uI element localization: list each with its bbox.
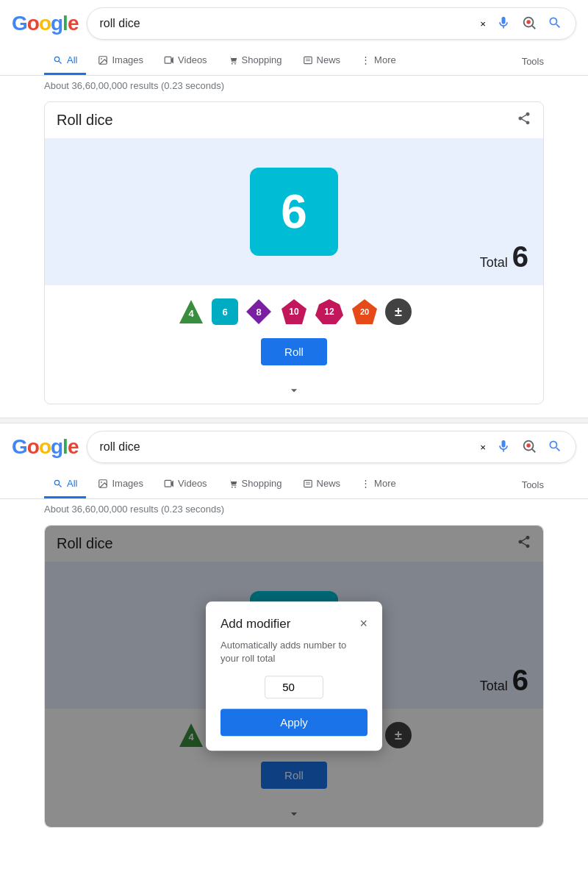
modal-container: Add modifier × Automatically adds number… <box>206 601 382 751</box>
add-modifier-modal: Add modifier × Automatically adds number… <box>206 601 382 751</box>
bottom-search-button[interactable] <box>546 437 564 457</box>
top-mic-button[interactable] <box>495 14 512 34</box>
top-die-d6-label: 6 <box>222 307 227 318</box>
svg-point-7 <box>232 62 233 64</box>
svg-point-18 <box>526 443 531 448</box>
bottom-tab-shopping[interactable]: Shopping <box>219 470 291 498</box>
modal-description: Automatically adds number to your roll t… <box>220 639 368 665</box>
top-die-d6-button[interactable]: 6 <box>212 298 238 325</box>
modal-header: Add modifier × <box>220 616 368 631</box>
svg-point-21 <box>101 482 103 483</box>
top-results-count: About 36,60,00,000 results (0.23 seconds… <box>0 76 588 96</box>
bottom-search-bar: × <box>87 431 576 463</box>
bottom-tab-news[interactable]: News <box>294 470 350 498</box>
top-search-button[interactable] <box>546 14 564 34</box>
top-die-d4-label: 4 <box>188 308 193 319</box>
google-logo[interactable]: Google <box>12 12 78 35</box>
top-dice-face: 6 <box>250 168 338 256</box>
tab-videos-label: Videos <box>178 54 207 65</box>
modal-title: Add modifier <box>220 617 290 631</box>
top-die-modifier-button[interactable]: ± <box>385 298 412 325</box>
top-die-d20-button[interactable]: 20 <box>350 297 379 326</box>
tab-all-label: All <box>67 54 77 65</box>
bottom-section: Google × All Image <box>0 423 588 841</box>
bottom-search-input[interactable] <box>99 440 473 454</box>
svg-line-2 <box>532 25 536 29</box>
bottom-tab-images-label: Images <box>112 478 143 489</box>
tab-videos[interactable]: Videos <box>155 47 216 75</box>
bottom-tab-news-label: News <box>317 478 341 489</box>
modal-modifier-input[interactable] <box>265 676 323 699</box>
svg-point-1 <box>526 20 531 24</box>
tab-news-label: News <box>317 54 341 65</box>
svg-rect-5 <box>165 57 171 63</box>
tab-more[interactable]: ⋮ More <box>352 47 405 75</box>
tab-images[interactable]: Images <box>89 47 152 75</box>
bottom-nav-tabs: All Images Videos Shopping News ⋮ More T… <box>0 470 588 499</box>
svg-rect-22 <box>165 480 171 487</box>
bottom-tab-videos-label: Videos <box>178 478 207 489</box>
section-separator <box>0 418 588 423</box>
top-clear-button[interactable]: × <box>478 17 487 31</box>
bottom-tab-more[interactable]: ⋮ More <box>352 470 405 498</box>
svg-point-4 <box>101 58 103 60</box>
top-die-d8-label: 8 <box>256 307 261 318</box>
bottom-more-dots-icon: ⋮ <box>361 478 370 489</box>
top-total-label: Total <box>480 255 508 271</box>
top-dice-display: 6 Total 6 <box>45 138 543 285</box>
top-dice-header: Roll dice <box>45 102 543 138</box>
top-total-value: 6 <box>512 240 528 273</box>
tools-button[interactable]: Tools <box>522 56 544 67</box>
modal-apply-button[interactable]: Apply <box>220 709 368 737</box>
top-die-modifier-label: ± <box>395 304 402 320</box>
top-section: Google × All Image <box>0 0 588 418</box>
top-share-button[interactable] <box>517 111 531 129</box>
top-lens-button[interactable] <box>520 13 539 35</box>
top-die-d20-label: 20 <box>360 307 369 316</box>
bottom-clear-button[interactable]: × <box>478 440 487 454</box>
top-search-input[interactable] <box>99 17 473 30</box>
top-search-bar: × <box>87 7 576 40</box>
top-die-d12-label: 12 <box>324 307 334 317</box>
top-total-display: Total 6 <box>480 240 528 273</box>
svg-line-19 <box>532 448 536 452</box>
tab-more-label: More <box>374 54 396 65</box>
top-dice-selectors: 4 6 8 10 <box>45 285 543 332</box>
bottom-tools-button[interactable]: Tools <box>522 479 544 490</box>
top-die-d8-button[interactable]: 8 <box>244 297 273 326</box>
tab-all[interactable]: All <box>44 47 86 75</box>
bottom-tab-more-label: More <box>374 478 396 489</box>
top-dice-widget: Roll dice 6 Total 6 4 6 <box>44 101 544 404</box>
bottom-tab-shopping-label: Shopping <box>242 478 282 489</box>
bottom-tab-videos[interactable]: Videos <box>155 470 216 498</box>
top-die-d10-button[interactable]: 10 <box>279 297 309 326</box>
svg-rect-26 <box>304 480 312 487</box>
tab-shopping[interactable]: Shopping <box>219 47 291 75</box>
tab-shopping-label: Shopping <box>242 54 282 65</box>
more-dots-icon: ⋮ <box>361 54 370 65</box>
top-dice-title: Roll dice <box>57 112 113 129</box>
top-chevron-down[interactable] <box>45 377 543 404</box>
bottom-tab-all[interactable]: All <box>44 470 86 498</box>
svg-point-25 <box>234 486 236 487</box>
svg-point-8 <box>234 62 236 64</box>
tab-news[interactable]: News <box>294 47 350 75</box>
svg-rect-9 <box>304 57 312 63</box>
top-die-d4-button[interactable]: 4 <box>176 297 206 326</box>
modal-close-button[interactable]: × <box>359 616 368 631</box>
bottom-mic-button[interactable] <box>495 437 512 457</box>
top-roll-button[interactable]: Roll <box>261 338 327 365</box>
bottom-results-count: About 36,60,00,000 results (0.23 seconds… <box>0 499 588 519</box>
bottom-google-logo[interactable]: Google <box>12 435 78 459</box>
top-die-d10-label: 10 <box>289 307 298 317</box>
bottom-header: Google × <box>0 423 588 470</box>
top-die-d12-button[interactable]: 12 <box>315 297 344 326</box>
bottom-tab-all-label: All <box>67 478 77 489</box>
bottom-dice-widget: Roll dice 6 Total 6 4 6 <box>44 525 544 828</box>
bottom-lens-button[interactable] <box>520 437 539 458</box>
top-nav-tabs: All Images Videos Shopping News ⋮ More T… <box>0 47 588 76</box>
bottom-tab-images[interactable]: Images <box>89 470 152 498</box>
top-header: Google × <box>0 0 588 47</box>
svg-point-24 <box>232 486 233 487</box>
tab-images-label: Images <box>112 54 143 65</box>
